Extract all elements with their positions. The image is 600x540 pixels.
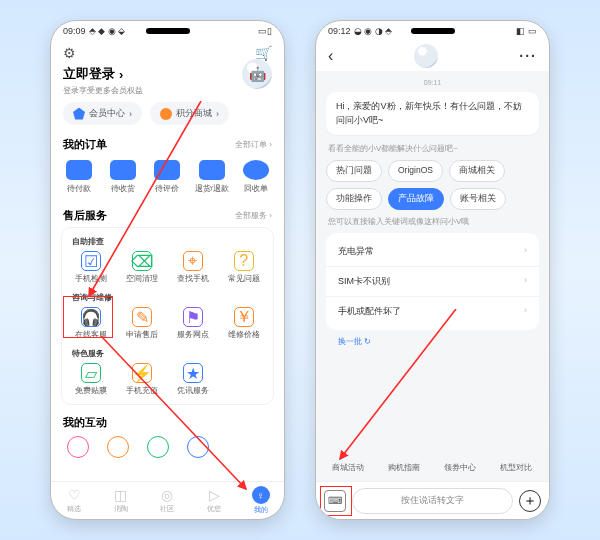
service-box: 自助排查 ☑手机检测 ⌫空间清理 ⌖查找手机 ?常见问题 咨询与维修 🎧在线客服… bbox=[61, 227, 274, 405]
svc-pingxun[interactable]: ★凭讯服务 bbox=[168, 363, 219, 396]
order-recycle[interactable]: 回收单 bbox=[234, 160, 278, 194]
svc-apply-after[interactable]: ✎申请售后 bbox=[117, 307, 168, 340]
status-bar: 09:09 ⬘ ◆ ◉ ⬙ ▭▯ bbox=[51, 21, 284, 41]
chat-area: 09:11 Hi，亲爱的V粉，新年快乐！有什么问题，不妨问问小V吧~ 看看全能的… bbox=[316, 71, 549, 481]
svc-find-phone[interactable]: ⌖查找手机 bbox=[168, 251, 219, 284]
voice-input[interactable]: 按住说话转文字 bbox=[352, 488, 513, 514]
hint-capabilities: 看看全能的小V都能解决什么问题吧~ bbox=[328, 143, 539, 154]
interact-2[interactable] bbox=[107, 436, 129, 458]
chat-timestamp: 09:11 bbox=[326, 79, 539, 86]
chip-product-issue[interactable]: 产品故障 bbox=[388, 188, 444, 210]
pill-points-mall[interactable]: 积分商城 › bbox=[150, 102, 229, 125]
tab-shop[interactable]: ◫消陶 bbox=[98, 482, 145, 519]
topic-chips: 热门问题 OriginOS 商城相关 功能操作 产品故障 账号相关 bbox=[326, 160, 539, 210]
interact-1[interactable] bbox=[67, 436, 89, 458]
svc-free-film[interactable]: ▱免费贴膜 bbox=[66, 363, 117, 396]
service-more[interactable]: 全部服务 › bbox=[235, 210, 272, 221]
avatar[interactable]: 🤖 bbox=[242, 59, 272, 89]
more-icon[interactable]: ··· bbox=[519, 48, 537, 64]
chip-account[interactable]: 账号相关 bbox=[450, 188, 506, 210]
back-button[interactable]: ‹ bbox=[328, 47, 333, 65]
order-pending-pay[interactable]: 待付款 bbox=[57, 160, 101, 194]
quick-buy-guide[interactable]: 购机指南 bbox=[380, 458, 428, 477]
svc-online-support[interactable]: 🎧在线客服 bbox=[66, 307, 117, 340]
chat-input-bar: ⌨ 按住说话转文字 ＋ bbox=[316, 481, 549, 519]
svc-recharge[interactable]: ⚡手机充值 bbox=[117, 363, 168, 396]
quick-mall-activity[interactable]: 商城活动 bbox=[324, 458, 372, 477]
chip-mall[interactable]: 商城相关 bbox=[449, 160, 505, 182]
interaction-title: 我的互动 bbox=[63, 415, 107, 430]
refresh-faq[interactable]: 换一批 ↻ bbox=[326, 330, 539, 353]
orders-more[interactable]: 全部订单 › bbox=[235, 139, 272, 150]
tab-mine[interactable]: ♀我的 bbox=[237, 482, 284, 519]
bot-greeting-bubble: Hi，亲爱的V粉，新年快乐！有什么问题，不妨问问小V吧~ bbox=[326, 92, 539, 135]
tab-community[interactable]: ◎社区 bbox=[144, 482, 191, 519]
tab-video[interactable]: ▷优您 bbox=[191, 482, 238, 519]
svc-faq[interactable]: ?常见问题 bbox=[218, 251, 269, 284]
faq-broken[interactable]: 手机或配件坏了 bbox=[326, 296, 539, 326]
quick-links: 商城活动 购机指南 领券中心 机型对比 以 bbox=[316, 458, 549, 477]
chip-function[interactable]: 功能操作 bbox=[326, 188, 382, 210]
bot-avatar[interactable] bbox=[414, 44, 438, 68]
svc-repair-price[interactable]: ￥维修价格 bbox=[218, 307, 269, 340]
faq-list: 充电异常 SIM卡不识别 手机或配件坏了 bbox=[326, 233, 539, 330]
faq-charging[interactable]: 充电异常 bbox=[326, 237, 539, 266]
quick-compare[interactable]: 机型对比 bbox=[492, 458, 540, 477]
order-refund[interactable]: 退货/退款 bbox=[190, 160, 234, 194]
status-bar: 09:12 ◒ ◉ ◑ ⬘ ◧ ▭ bbox=[316, 21, 549, 41]
settings-icon[interactable]: ⚙ bbox=[63, 45, 76, 61]
interact-3[interactable] bbox=[147, 436, 169, 458]
attach-plus-icon[interactable]: ＋ bbox=[519, 490, 541, 512]
hint-keywords: 您可以直接输入关键词或像这样问小V哦 bbox=[328, 216, 539, 227]
svc-space-clean[interactable]: ⌫空间清理 bbox=[117, 251, 168, 284]
svc-phone-check[interactable]: ☑手机检测 bbox=[66, 251, 117, 284]
chip-originos[interactable]: OriginOS bbox=[388, 160, 443, 182]
tab-home[interactable]: ♡精选 bbox=[51, 482, 98, 519]
phone-left: 09:09 ⬘ ◆ ◉ ⬙ ▭▯ ⚙ 🛒 立即登录 › 登录享受更多会员权益 🤖… bbox=[50, 20, 285, 520]
quick-coupon[interactable]: 领券中心 bbox=[436, 458, 484, 477]
phone-right: 09:12 ◒ ◉ ◑ ⬘ ◧ ▭ ‹ ··· 09:11 Hi，亲爱的V粉，新… bbox=[315, 20, 550, 520]
interact-4[interactable] bbox=[187, 436, 209, 458]
keyboard-toggle-icon[interactable]: ⌨ bbox=[324, 490, 346, 512]
svc-service-point[interactable]: ⚑服务网点 bbox=[168, 307, 219, 340]
pill-member-center[interactable]: 会员中心 › bbox=[63, 102, 142, 125]
login-block[interactable]: 立即登录 › 登录享受更多会员权益 🤖 bbox=[51, 61, 284, 102]
quick-more[interactable]: 以 bbox=[548, 458, 549, 477]
orders-title: 我的订单 bbox=[63, 137, 107, 152]
chip-hot[interactable]: 热门问题 bbox=[326, 160, 382, 182]
order-pending-review[interactable]: 待评价 bbox=[145, 160, 189, 194]
order-pending-ship[interactable]: 待收货 bbox=[101, 160, 145, 194]
tab-bar: ♡精选 ◫消陶 ◎社区 ▷优您 ♀我的 bbox=[51, 481, 284, 519]
service-title: 售后服务 bbox=[63, 208, 107, 223]
faq-sim[interactable]: SIM卡不识别 bbox=[326, 266, 539, 296]
chevron-right-icon: › bbox=[119, 67, 123, 82]
